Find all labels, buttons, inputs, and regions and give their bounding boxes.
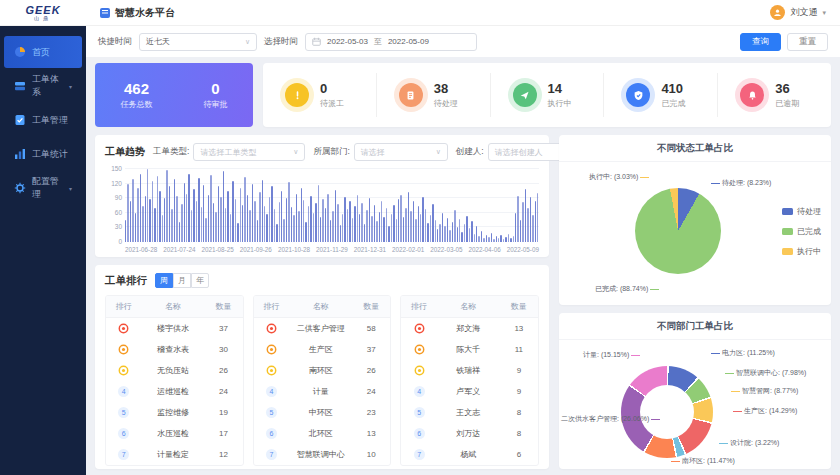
bar[interactable]: [486, 235, 487, 242]
bar[interactable]: [164, 198, 165, 242]
bar[interactable]: [325, 208, 326, 242]
bar[interactable]: [196, 201, 197, 242]
bar[interactable]: [337, 204, 338, 242]
bar[interactable]: [500, 235, 501, 242]
bar[interactable]: [210, 175, 211, 242]
bar[interactable]: [371, 216, 372, 242]
bar[interactable]: [142, 206, 143, 243]
table-row[interactable]: 南环区26: [254, 360, 391, 381]
bar[interactable]: [208, 195, 209, 242]
bar[interactable]: [252, 184, 253, 242]
bar[interactable]: [335, 190, 336, 242]
bar[interactable]: [220, 197, 221, 242]
bar[interactable]: [403, 217, 404, 242]
table-row[interactable]: 4运维巡检24: [106, 381, 243, 402]
sidebar-item-tasks[interactable]: 工单管理: [4, 104, 82, 136]
bar[interactable]: [198, 178, 199, 242]
search-button[interactable]: 查询: [740, 33, 781, 51]
bar[interactable]: [171, 209, 172, 242]
bar[interactable]: [357, 195, 358, 242]
bar[interactable]: [381, 201, 382, 242]
bar[interactable]: [393, 205, 394, 242]
bar[interactable]: [318, 185, 319, 242]
bar[interactable]: [283, 219, 284, 242]
bar[interactable]: [342, 214, 343, 242]
table-row[interactable]: 郑文海13: [401, 318, 538, 339]
bar[interactable]: [271, 186, 272, 242]
ranking-tab-周[interactable]: 周: [155, 273, 173, 288]
bar[interactable]: [503, 239, 504, 242]
table-row[interactable]: 楼宇供水37: [106, 318, 243, 339]
bar[interactable]: [135, 213, 136, 242]
bar[interactable]: [418, 206, 419, 242]
filter-select[interactable]: 请选择∨: [354, 143, 448, 161]
bar[interactable]: [430, 215, 431, 242]
bar[interactable]: [298, 211, 299, 242]
bar[interactable]: [425, 209, 426, 242]
bar[interactable]: [496, 236, 497, 242]
bar[interactable]: [186, 194, 187, 242]
bar[interactable]: [474, 234, 475, 242]
bar[interactable]: [257, 220, 258, 242]
bar[interactable]: [149, 199, 150, 242]
bar[interactable]: [359, 214, 360, 242]
table-row[interactable]: 陈大千11: [401, 339, 538, 360]
bar[interactable]: [410, 211, 411, 242]
table-row[interactable]: 7杨斌6: [401, 444, 538, 465]
sidebar-item-gear[interactable]: 配置管理▾: [4, 172, 82, 204]
bar[interactable]: [305, 222, 306, 242]
bar[interactable]: [308, 206, 309, 243]
bar[interactable]: [505, 237, 506, 242]
bar[interactable]: [259, 192, 260, 242]
bar[interactable]: [193, 189, 194, 242]
bar[interactable]: [400, 195, 401, 242]
bar[interactable]: [296, 194, 297, 242]
table-row[interactable]: 5王文志8: [401, 402, 538, 423]
table-row[interactable]: 6水压巡检17: [106, 423, 243, 444]
bar[interactable]: [152, 181, 153, 242]
bar[interactable]: [391, 214, 392, 242]
bar[interactable]: [437, 229, 438, 242]
legend-item[interactable]: 执行中: [782, 246, 821, 257]
bar[interactable]: [435, 220, 436, 242]
bar[interactable]: [517, 196, 518, 242]
bar[interactable]: [242, 205, 243, 242]
bar[interactable]: [459, 219, 460, 242]
bar[interactable]: [147, 169, 148, 242]
bar[interactable]: [281, 191, 282, 242]
bar[interactable]: [427, 223, 428, 242]
table-row[interactable]: 6刘万达8: [401, 423, 538, 444]
bar[interactable]: [537, 193, 538, 242]
bar[interactable]: [279, 202, 280, 242]
bar[interactable]: [137, 188, 138, 242]
bar[interactable]: [354, 206, 355, 242]
bar[interactable]: [498, 238, 499, 242]
table-row[interactable]: 铁瑞祥9: [401, 360, 538, 381]
bar[interactable]: [162, 215, 163, 242]
quick-time-select[interactable]: 近七天 ∨: [139, 33, 257, 51]
bar[interactable]: [454, 210, 455, 242]
table-row[interactable]: 生产区37: [254, 339, 391, 360]
bar[interactable]: [522, 202, 523, 242]
bar[interactable]: [244, 177, 245, 242]
bar[interactable]: [223, 171, 224, 242]
bar[interactable]: [457, 227, 458, 242]
bar[interactable]: [464, 224, 465, 242]
table-row[interactable]: 无负压站26: [106, 360, 243, 381]
bar[interactable]: [366, 210, 367, 242]
bar[interactable]: [201, 207, 202, 242]
bar[interactable]: [515, 213, 516, 242]
bar[interactable]: [176, 196, 177, 242]
sidebar-item-chart[interactable]: 工单统计: [4, 138, 82, 170]
bar[interactable]: [203, 185, 204, 242]
bar[interactable]: [132, 179, 133, 242]
bar[interactable]: [452, 222, 453, 242]
bar[interactable]: [213, 203, 214, 242]
table-row[interactable]: 4计量24: [254, 381, 391, 402]
bar[interactable]: [361, 203, 362, 242]
bar[interactable]: [374, 205, 375, 242]
bar[interactable]: [398, 199, 399, 242]
table-row[interactable]: 5监控维修19: [106, 402, 243, 423]
legend-item[interactable]: 待处理: [782, 206, 821, 217]
ranking-tab-月[interactable]: 月: [173, 273, 191, 288]
